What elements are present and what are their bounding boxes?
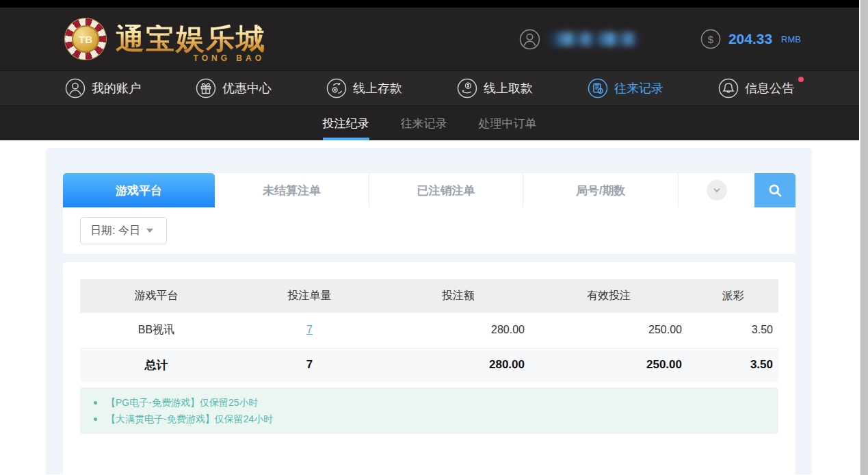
note-text: 【PG电子-免费游戏】仅保留25小时 [106,394,258,411]
tab-round-number[interactable]: 局号/期数 [523,173,678,207]
cell-payout: 3.50 [687,313,778,348]
date-filter[interactable]: 日期: 今日 [80,217,167,244]
filter-tabs-block: 游戏平台 未结算注单 已注销注单 局号/期数 [63,173,795,254]
cell-bet-amount: 280.00 [386,313,530,348]
filter-row: 日期: 今日 [63,207,795,254]
user-account[interactable] [519,29,639,50]
col-header-payout: 派彩 [687,279,778,313]
site-name: 通宝娱乐城 [116,25,266,53]
nav-label: 优惠中心 [222,80,272,97]
subnav-bet-records[interactable]: 投注纪录 [323,106,369,140]
content-area: 游戏平台 未结算注单 已注销注单 局号/期数 [0,140,859,474]
sub-nav: 投注纪录 往来记录 处理中订单 [0,105,859,140]
nav-item-deposit[interactable]: 线上存款 [326,78,402,99]
table-row: BB视讯 7 280.00 250.00 3.50 [80,313,778,348]
search-button[interactable] [754,173,795,207]
user-avatar-icon [519,29,540,50]
total-label: 总计 [80,348,233,382]
balance-amount: 204.33 [728,31,772,47]
svg-text:$: $ [708,34,714,45]
user-icon [65,78,86,99]
note-item: 【大满贯电子-免费游戏】仅保留24小时 [90,411,778,427]
nav-label: 往来记录 [614,80,663,97]
logo-text: 通宝娱乐城 TONG BAO [116,25,266,53]
deposit-hand-icon [326,78,347,99]
date-filter-label: 日期: 今日 [90,224,140,238]
site-name-en: TONG BAO [194,54,265,62]
main-nav: 我的账户 优惠中心 线上存款 [0,70,859,105]
username-redacted [549,32,639,46]
nav-item-announcements[interactable]: 信息公告 [718,78,794,99]
tab-row: 游戏平台 未结算注单 已注销注单 局号/期数 [63,173,795,207]
cell-platform: BB视讯 [80,313,233,348]
table-total-row: 总计 7 280.00 250.00 3.50 [80,348,778,382]
total-bet-amount: 280.00 [386,348,530,382]
records-panel: 游戏平台 未结算注单 已注销注单 局号/期数 [46,148,812,474]
total-payout: 3.50 [687,348,778,382]
note-item: 【PG电子-免费游戏】仅保留25小时 [90,394,778,411]
chip-monogram: TB [72,25,99,53]
bet-count-link[interactable]: 7 [306,324,313,335]
clipboard-clock-icon [588,78,608,99]
col-header-bet-amount: 投注额 [386,279,530,313]
tab-game-platform[interactable]: 游戏平台 [63,173,215,207]
caret-down-icon [146,229,153,233]
nav-label: 线上存款 [353,80,402,97]
gift-icon [196,78,216,99]
tab-cancelled-bets[interactable]: 已注销注单 [369,173,523,207]
total-valid-bet: 250.00 [530,348,687,382]
nav-item-my-account[interactable]: 我的账户 [65,78,141,99]
bell-icon [718,78,739,99]
col-header-valid-bet: 有效投注 [530,279,687,313]
notification-dot [798,77,804,82]
site-logo[interactable]: TB 通宝娱乐城 TONG BAO [65,18,266,60]
nav-label: 我的账户 [92,80,141,97]
cell-valid-bet: 250.00 [530,313,687,348]
promo-notes: 【PG电子-免费游戏】仅保留25小时 【大满贯电子-免费游戏】仅保留24小时 [80,387,778,434]
col-header-bet-count: 投注单量 [233,279,386,313]
subnav-pending-orders[interactable]: 处理中订单 [479,106,537,140]
chevron-down-icon [707,180,727,201]
filter-dropdown[interactable] [678,173,754,207]
table-header-row: 游戏平台 投注单量 投注额 有效投注 派彩 [80,279,778,313]
subnav-transaction-records[interactable]: 往来记录 [401,106,447,140]
bullet-icon [94,401,97,405]
note-text: 【大满贯电子-免费游戏】仅保留24小时 [106,411,273,427]
bet-summary-table: 游戏平台 投注单量 投注额 有效投注 派彩 BB视讯 7 280.00 250. [80,279,778,382]
col-header-platform: 游戏平台 [80,279,233,313]
vertical-scrollbar[interactable] [860,0,868,475]
balance-currency: RMB [781,34,801,44]
nav-label: 信息公告 [745,80,794,97]
nav-item-records[interactable]: 往来记录 [588,78,663,99]
dollar-coin-icon: $ [700,29,721,49]
search-icon [766,181,785,200]
total-count: 7 [233,348,386,382]
nav-item-withdraw[interactable]: 线上取款 [457,78,533,99]
withdraw-hand-icon [457,78,477,99]
balance-display[interactable]: $ 204.33 RMB [700,29,801,49]
casino-chip-icon: TB [65,18,106,60]
bullet-icon [94,418,97,421]
nav-item-promotions[interactable]: 优惠中心 [196,78,272,99]
tab-unsettled-bets[interactable]: 未结算注单 [215,173,369,207]
header: TB 通宝娱乐城 TONG BAO [0,8,859,70]
nav-label: 线上取款 [484,80,533,97]
header-right: $ 204.33 RMB [519,29,801,50]
top-strip [0,0,859,8]
page: TB 通宝娱乐城 TONG BAO [0,0,859,475]
results-card: 游戏平台 投注单量 投注额 有效投注 派彩 BB视讯 7 280.00 250. [63,262,795,474]
